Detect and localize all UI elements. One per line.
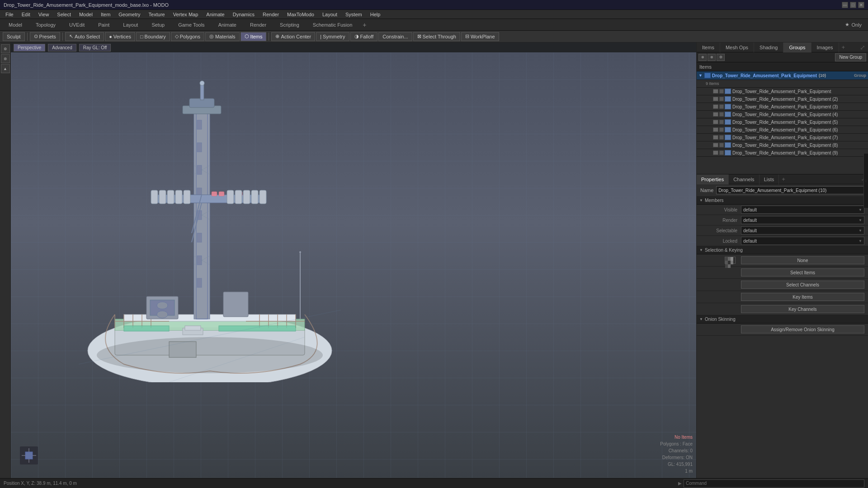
selection-keying-section-header[interactable]: ▼ Selection & Keying — [697, 246, 868, 254]
close-button[interactable]: ✕ — [858, 2, 864, 8]
tab-mesh-ops[interactable]: Mesh Ops — [720, 42, 754, 52]
list-item[interactable]: Drop_Tower_Ride_Amusement_Park_Equipment… — [697, 103, 868, 111]
lock-icon[interactable] — [719, 143, 724, 147]
tab-game-tools[interactable]: Game Tools — [171, 20, 212, 30]
panel-resize-handle[interactable]: ··· — [863, 174, 868, 208]
lock-icon[interactable] — [719, 135, 724, 140]
tab-animate[interactable]: Animate — [212, 20, 243, 30]
tab-topology[interactable]: Topology — [29, 20, 62, 30]
tab-model[interactable]: Model — [2, 20, 29, 30]
members-section-header[interactable]: ▼ Members — [697, 197, 868, 205]
list-item[interactable]: Drop_Tower_Ride_Amusement_Park_Equipment… — [697, 126, 868, 134]
lock-icon[interactable] — [719, 97, 724, 101]
menu-animate[interactable]: Animate — [203, 11, 228, 18]
constrain-button[interactable]: Constrain... — [378, 32, 412, 41]
tab-scripting[interactable]: Scripting — [273, 20, 306, 30]
menu-geometry[interactable]: Geometry — [115, 11, 144, 18]
menu-edit[interactable]: Edit — [18, 11, 34, 18]
lock-icon[interactable] — [719, 127, 724, 132]
symmetry-button[interactable]: | Symmetry — [316, 32, 349, 41]
new-group-button[interactable]: New Group — [835, 53, 866, 61]
visibility-icon[interactable] — [713, 135, 718, 140]
add-prop-tab-button[interactable]: + — [779, 175, 788, 183]
locked-dropdown[interactable]: default ▼ — [741, 237, 864, 245]
onion-skinning-section-header[interactable]: ▼ Onion Skinning — [697, 315, 868, 324]
tab-groups[interactable]: Groups — [783, 42, 811, 52]
list-item[interactable]: Drop_Tower_Ride_Amusement_Park_Equipment… — [697, 134, 868, 141]
visibility-icon[interactable] — [713, 143, 718, 147]
falloff-button[interactable]: ◑ Falloff — [350, 32, 378, 41]
menu-model[interactable]: Model — [75, 11, 96, 18]
tab-shading[interactable]: Shading — [754, 42, 783, 52]
tab-paint[interactable]: Paint — [91, 20, 116, 30]
menu-file[interactable]: File — [2, 11, 17, 18]
add-tab-button[interactable]: + — [359, 20, 370, 30]
presets-button[interactable]: ⊙ Presets — [30, 32, 60, 41]
menu-select[interactable]: Select — [53, 11, 75, 18]
left-tool-3[interactable]: ▲ — [1, 64, 10, 73]
lock-icon[interactable] — [719, 120, 724, 124]
visibility-icon[interactable] — [713, 127, 718, 132]
menu-item[interactable]: Item — [97, 11, 114, 18]
visible-dropdown[interactable]: default ▼ — [741, 206, 864, 214]
key-items-button[interactable]: Key Items — [741, 293, 864, 301]
menu-texture[interactable]: Texture — [145, 11, 169, 18]
add-rp-tab-button[interactable]: + — [839, 43, 848, 52]
items-tb-btn3[interactable]: ⚙ — [717, 54, 725, 61]
list-item[interactable]: Drop_Tower_Ride_Amusement_Park_Equipment… — [697, 141, 868, 149]
left-tool-1[interactable]: ⊕ — [1, 44, 10, 53]
visibility-icon[interactable] — [713, 150, 718, 155]
lock-icon[interactable] — [719, 104, 724, 109]
menu-view[interactable]: View — [35, 11, 53, 18]
advanced-button[interactable]: Advanced — [48, 44, 76, 52]
tab-items[interactable]: Items — [697, 42, 720, 52]
none-button[interactable]: None — [741, 256, 864, 264]
viewport[interactable]: Perspective Advanced Ray GL: Off ⌂ 🔍 ⚙ ⛶ — [11, 42, 696, 478]
tab-render[interactable]: Render — [243, 20, 273, 30]
polygons-button[interactable]: ◇ Polygons — [171, 32, 204, 41]
only-toggle[interactable]: ★ Only — [840, 21, 866, 28]
visibility-icon[interactable] — [713, 120, 718, 124]
group-header-row[interactable]: ▼ Drop_Tower_Ride_Amusement_Park_Equipme… — [697, 71, 868, 80]
action-center-button[interactable]: ⊕ Action Center — [271, 32, 315, 41]
command-input[interactable] — [684, 479, 864, 488]
list-item[interactable]: Drop_Tower_Ride_Amusement_Park_Equipment — [697, 88, 868, 95]
select-through-button[interactable]: ⊠ Select Through — [413, 32, 460, 41]
menu-help[interactable]: Help — [367, 11, 384, 18]
render-dropdown[interactable]: default ▼ — [741, 216, 864, 224]
items-tb-btn1[interactable]: ⊕ — [698, 54, 707, 61]
lock-icon[interactable] — [719, 150, 724, 155]
list-item[interactable]: Drop_Tower_Ride_Amusement_Park_Equipment… — [697, 111, 868, 118]
items-button[interactable]: ⬡ Items — [241, 32, 267, 41]
menu-system[interactable]: System — [342, 11, 366, 18]
assign-remove-onion-button[interactable]: Assign/Remove Onion Skinning — [741, 325, 864, 333]
menu-render[interactable]: Render — [259, 11, 283, 18]
tab-layout[interactable]: Layout — [116, 20, 145, 30]
name-property-input[interactable] — [716, 186, 864, 194]
menu-maxtomodo[interactable]: MaxToModo — [283, 11, 318, 18]
lock-icon[interactable] — [719, 112, 724, 117]
workplane-button[interactable]: ⊟ WorkPlane — [461, 32, 499, 41]
menu-vertex-map[interactable]: Vertex Map — [170, 11, 202, 18]
items-tb-btn2[interactable]: ⊗ — [708, 54, 716, 61]
menu-layout[interactable]: Layout — [319, 11, 341, 18]
auto-select-button[interactable]: ↖ Auto Select — [65, 32, 104, 41]
materials-button[interactable]: ◎ Materials — [205, 32, 240, 41]
visibility-icon[interactable] — [713, 112, 718, 117]
list-item[interactable]: Drop_Tower_Ride_Amusement_Park_Equipment… — [697, 118, 868, 126]
boundary-button[interactable]: □ Boundary — [136, 32, 170, 41]
vertices-button[interactable]: ● Vertices — [105, 32, 135, 41]
key-channels-button[interactable]: Key Channels — [741, 305, 864, 313]
list-item[interactable]: Drop_Tower_Ride_Amusement_Park_Equipment… — [697, 149, 868, 157]
list-item[interactable]: Drop_Tower_Ride_Amusement_Park_Equipment… — [697, 95, 868, 103]
select-channels-button[interactable]: Select Channels — [741, 281, 864, 289]
tab-schematic-fusion[interactable]: Schematic Fusion — [306, 20, 359, 30]
select-items-button[interactable]: Select Items — [741, 268, 864, 277]
prop-tab-properties[interactable]: Properties — [697, 174, 729, 184]
lock-icon[interactable] — [719, 89, 724, 94]
color-swatch[interactable] — [725, 257, 736, 264]
prop-tab-channels[interactable]: Channels — [729, 174, 759, 184]
perspective-button[interactable]: Perspective — [14, 44, 45, 52]
tab-uvedit[interactable]: UVEdit — [62, 20, 91, 30]
visibility-icon[interactable] — [713, 97, 718, 101]
